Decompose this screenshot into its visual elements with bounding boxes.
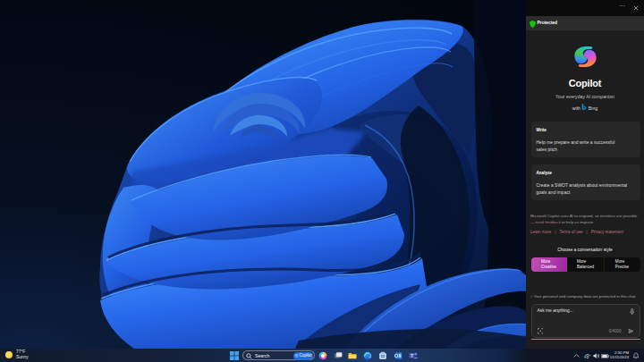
svg-text:T: T xyxy=(410,352,412,358)
